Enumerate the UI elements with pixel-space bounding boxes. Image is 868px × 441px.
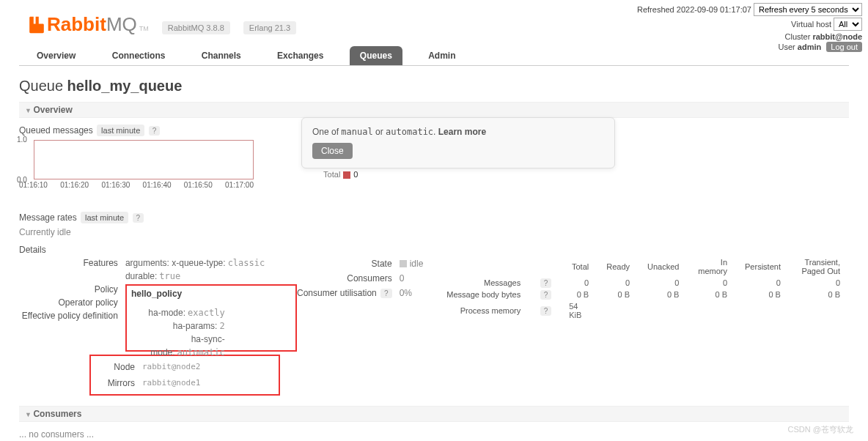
queued-chart: 1.0 0.0 01:16:1001:16:2001:16:3001:16:40… [19,140,254,189]
tooltip-close-button[interactable]: Close [312,143,353,159]
lbl-mirrors: Mirrors [95,375,135,391]
tab-queues[interactable]: Queues [350,46,402,65]
tab-exchanges[interactable]: Exchanges [267,46,334,65]
table-row: Message body bytes? 0 B0 B0 B0 B0 B0 B [438,289,849,300]
logo[interactable]: RabbitMQ TM [26,13,149,36]
lbl-policy: Policy [19,283,118,296]
lbl-op-policy: Operator policy [19,296,118,309]
section-consumers-header[interactable]: Consumers [19,406,849,422]
tab-overview[interactable]: Overview [26,46,86,65]
lbl-node: Node [95,359,135,375]
user-label: User [779,42,795,51]
policy-name[interactable]: hello_policy [131,289,291,299]
lbl-eff-policy: Effective policy definition [19,309,118,322]
table-row: Messages? 000000 [438,277,849,289]
policy-box: hello_policy ha-mode:exactly ha-params:2… [125,284,297,352]
stats-table: TotalReadyUnackedIn memoryPersistentTran… [438,256,849,321]
rates-idle-text: Currently idle [19,227,849,237]
erlang-version-badge: Erlang 21.3 [243,21,296,34]
watermark: CSDN @苍穹软龙 [788,424,853,435]
idle-swatch-icon [400,260,407,267]
chart-y-min: 0.0 [17,176,27,184]
cluster-label: Cluster [785,32,811,41]
rates-help-icon[interactable]: ? [133,213,144,223]
refresh-interval-select[interactable]: Refresh every 5 seconds [754,3,862,16]
refreshed-text: Refreshed 2022-09-09 01:17:07 [637,5,751,14]
swatch-total [343,171,350,179]
no-consumers-text: ... no consumers ... [19,429,849,440]
rates-range-chip[interactable]: last minute [81,212,128,223]
section-overview-header[interactable]: Overview [19,102,849,118]
help-tooltip: One of manual or automatic. Learn more C… [301,117,615,168]
logout-button[interactable]: Log out [826,42,862,52]
logo-text: RabbitMQ [47,13,137,36]
lbl-features: Features [19,256,118,270]
help-icon[interactable]: ? [540,290,552,300]
cluster-value: rabbit@node [812,32,862,41]
user-value: admin [798,42,821,51]
table-row: Process memory? 54 KiB [438,300,849,321]
vhost-select[interactable]: All [834,18,862,31]
vhost-label: Virtual host [791,20,831,29]
chart-x-ticks: 01:16:1001:16:2001:16:3001:16:4001:16:50… [19,179,254,189]
queued-help-icon[interactable]: ? [149,126,161,136]
rabbitmq-icon [26,15,47,35]
page-title: Queue hello_my_queue [19,78,849,94]
topbar: Refreshed 2022-09-09 01:17:07 Refresh ev… [631,0,868,56]
node-value: rabbit@node2 [142,359,200,375]
cutil-help-icon[interactable]: ? [380,289,392,298]
help-icon[interactable]: ? [540,278,552,288]
tab-admin[interactable]: Admin [418,46,466,65]
learn-more-link[interactable]: Learn more [438,127,486,137]
details-label: Details [19,245,849,255]
node-box: Node Mirrors rabbit@node2 rabbit@node1 [89,355,280,396]
tab-connections[interactable]: Connections [102,46,176,65]
rabbitmq-version-badge: RabbitMQ 3.8.8 [162,21,230,34]
mirror-value: rabbit@node1 [142,375,200,391]
help-icon[interactable]: ? [540,306,552,316]
tab-channels[interactable]: Channels [191,46,251,65]
message-rates-header: Message rates last minute ? [19,212,849,223]
logo-tm: TM [139,25,149,32]
queued-range-chip[interactable]: last minute [97,125,144,136]
chart-y-max: 1.0 [17,136,27,144]
